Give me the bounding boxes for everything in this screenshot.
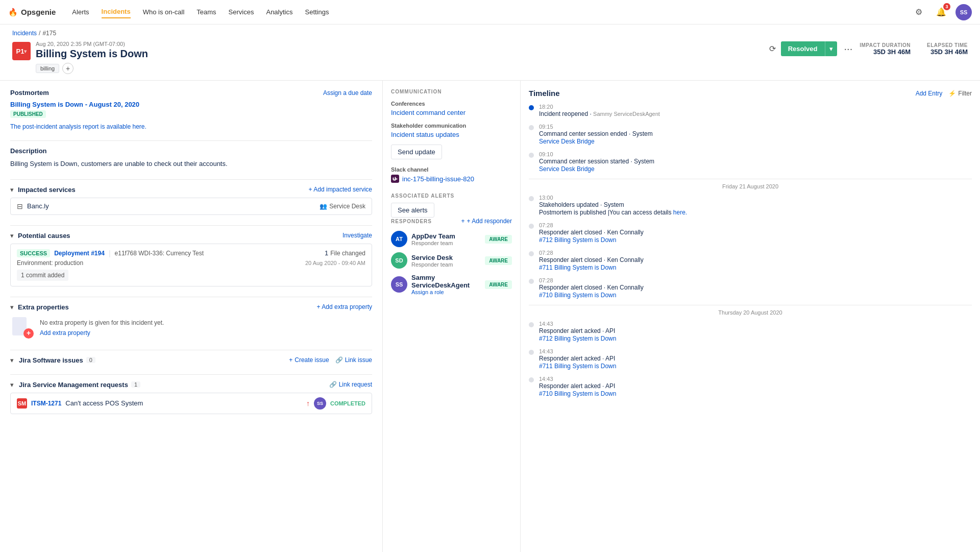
- timeline-link-1[interactable]: Service Desk Bridge: [539, 138, 595, 145]
- assign-due-date-link[interactable]: Assign a due date: [323, 89, 372, 97]
- priority-badge[interactable]: P1 ▾: [12, 42, 31, 60]
- create-issue-label: Create issue: [295, 356, 329, 364]
- create-issue-button[interactable]: + Create issue: [289, 356, 329, 364]
- responder-details-2: Sammy ServiceDeskAgent Assign a role: [411, 274, 485, 295]
- timeline-actor-0: Sammy ServiceDeskAgent: [593, 111, 660, 117]
- impact-duration: IMPACT DURATION 35D 3H 46M: [860, 42, 911, 56]
- nav-alerts[interactable]: Alerts: [72, 6, 89, 18]
- refresh-icon[interactable]: ⟳: [769, 44, 776, 54]
- stakeholder-label: Stakeholder communication: [391, 123, 512, 129]
- timeline-link-ack-710[interactable]: #710 Billing System is Down: [539, 390, 616, 397]
- jira-expand-icon[interactable]: ▾: [10, 356, 14, 364]
- add-entry-button[interactable]: Add Entry: [916, 90, 943, 97]
- slack-channel[interactable]: inc-175-billing-issue-820: [391, 175, 512, 183]
- postmortem-here-link[interactable]: here.: [673, 209, 687, 216]
- notification-area: 🔔 3: [933, 4, 949, 20]
- timeline-entry-8: 14:43 Responder alert acked · API #711 B…: [529, 348, 972, 370]
- add-prop-link[interactable]: Add extra property: [40, 329, 90, 337]
- impacted-services-header: ▾ Impacted services + Add impacted servi…: [10, 186, 372, 194]
- breadcrumb: Incidents / #175: [0, 25, 980, 39]
- nav-incidents[interactable]: Incidents: [102, 6, 131, 18]
- jira-mgmt-expand-icon[interactable]: ▾: [10, 381, 14, 389]
- slack-channel-label: Slack channel: [391, 166, 512, 173]
- timeline-content-2: 09:10 Command center session started · S…: [539, 151, 972, 173]
- nav-teams[interactable]: Teams: [197, 6, 216, 18]
- cause-env: Environment: production: [17, 259, 83, 267]
- nav-analytics[interactable]: Analytics: [266, 6, 292, 18]
- timeline-entry-6: 07:28 Responder alert closed · Ken Conna…: [529, 277, 972, 299]
- filter-label: Filter: [958, 90, 972, 97]
- responder-details-1: Service Desk Responder team: [411, 254, 453, 268]
- timeline-content-1: 09:15 Command center session ended · Sys…: [539, 124, 972, 145]
- timeline-entry-2: 09:10 Command center session started · S…: [529, 151, 972, 173]
- resolved-dropdown-button[interactable]: ▾: [825, 41, 837, 56]
- link-request-button[interactable]: 🔗 Link request: [329, 381, 372, 388]
- incident-command-center-link[interactable]: Incident command center: [391, 109, 512, 116]
- user-avatar[interactable]: SS: [955, 4, 972, 20]
- cause-card: SUCCESS Deployment #194 | e11f768 WDI-33…: [10, 244, 372, 286]
- incident-status-updates-link[interactable]: Incident status updates: [391, 131, 512, 138]
- description-header: Description: [10, 147, 372, 155]
- filter-button[interactable]: ⚡ Filter: [948, 90, 972, 97]
- nav-services[interactable]: Services: [229, 6, 254, 18]
- cause-deployment-link[interactable]: Deployment #194: [54, 250, 105, 257]
- timeline-link-711[interactable]: #711 Billing System is Down: [539, 264, 616, 271]
- postmortem-link[interactable]: Billing System is Down - August 20, 2020: [10, 101, 139, 108]
- app-logo[interactable]: 🔥 Opsgenie: [8, 8, 56, 17]
- add-extra-property-link[interactable]: + Add extra property: [317, 303, 372, 310]
- impacted-services-expand-icon[interactable]: ▾: [10, 186, 14, 194]
- timeline-dot-6: [529, 279, 534, 284]
- cause-date: 20 Aug 2020 - 09:40 AM: [305, 260, 365, 266]
- service-name-label: Banc.ly: [27, 202, 49, 210]
- timeline-link-2[interactable]: Service Desk Bridge: [539, 165, 595, 173]
- communication-label: COMMUNICATION: [391, 89, 512, 94]
- nav-settings[interactable]: Settings: [305, 6, 329, 18]
- incident-tag-billing[interactable]: billing: [36, 64, 59, 73]
- timeline-link-712[interactable]: #712 Billing System is Down: [539, 236, 616, 244]
- extra-properties-section: ▾ Extra properties + Add extra property …: [10, 303, 372, 340]
- incident-date: Aug 20, 2020 2:35 PM (GMT-07:00): [36, 41, 148, 47]
- timeline-entry-4: 07:28 Responder alert closed · Ken Conna…: [529, 222, 972, 244]
- nav-who-oncall[interactable]: Who is on-call: [143, 6, 185, 18]
- responder-row-0: AT AppDev Team Responder team AWARE: [391, 231, 512, 247]
- extra-properties-expand-icon[interactable]: ▾: [10, 303, 14, 311]
- filter-icon: ⚡: [948, 90, 956, 97]
- elapsed-time: ELAPSED TIME 35D 3H 46M: [927, 42, 968, 56]
- postmortem-note[interactable]: The post-incident analysis report is ava…: [10, 123, 372, 130]
- impacted-services-section: ▾ Impacted services + Add impacted servi…: [10, 186, 372, 215]
- service-row: ⊟ Banc.ly 👥 Service Desk: [10, 198, 372, 215]
- responder-role-2: Assign a role: [411, 289, 485, 295]
- resolved-button[interactable]: Resolved: [781, 41, 825, 56]
- add-responder-button[interactable]: + + Add responder: [461, 218, 512, 225]
- postmortem-published-note: Postmortem is published |You can access …: [539, 209, 972, 216]
- more-options-button[interactable]: ···: [842, 41, 855, 57]
- date-divider-thu: Thursday 20 August 2020: [529, 305, 972, 316]
- timeline-dot-2: [529, 153, 534, 158]
- responder-status-2: AWARE: [485, 280, 512, 289]
- responder-row-1: SD Service Desk Responder team AWARE: [391, 252, 512, 269]
- see-alerts-button[interactable]: See alerts: [391, 203, 434, 218]
- link-issue-button[interactable]: 🔗 Link issue: [335, 356, 372, 364]
- search-button[interactable]: ⚙: [911, 4, 927, 20]
- send-update-button[interactable]: Send update: [391, 145, 442, 159]
- investigate-link[interactable]: Investigate: [342, 232, 372, 239]
- timeline-desc-7: Responder alert acked · API: [539, 327, 972, 334]
- jira-item-id[interactable]: ITSM-1271: [31, 400, 61, 407]
- elapsed-time-label: ELAPSED TIME: [927, 42, 968, 48]
- timeline-link-710[interactable]: #710 Billing System is Down: [539, 292, 616, 299]
- add-tag-button[interactable]: +: [62, 63, 74, 74]
- divider-4: [10, 297, 372, 297]
- breadcrumb-incidents[interactable]: Incidents: [12, 30, 37, 37]
- logo-icon: 🔥: [8, 8, 18, 17]
- potential-causes-expand-icon[interactable]: ▾: [10, 232, 14, 239]
- timeline-link-ack-711[interactable]: #711 Billing System is Down: [539, 363, 616, 370]
- add-impacted-service-link[interactable]: + Add impacted service: [309, 186, 372, 193]
- extra-properties-title: Extra properties: [18, 303, 69, 311]
- cause-top: SUCCESS Deployment #194 | e11f768 WDI-33…: [17, 249, 365, 257]
- incident-header: P1 ▾ Aug 20, 2020 2:35 PM (GMT-07:00) Bi…: [0, 39, 980, 81]
- timeline-content-6: 07:28 Responder alert closed · Ken Conna…: [539, 277, 972, 299]
- link-issue-label: Link issue: [345, 356, 372, 364]
- cause-file-number: 1: [325, 249, 328, 257]
- timeline-content-8: 14:43 Responder alert acked · API #711 B…: [539, 348, 972, 370]
- timeline-link-ack-712[interactable]: #712 Billing System is Down: [539, 335, 616, 342]
